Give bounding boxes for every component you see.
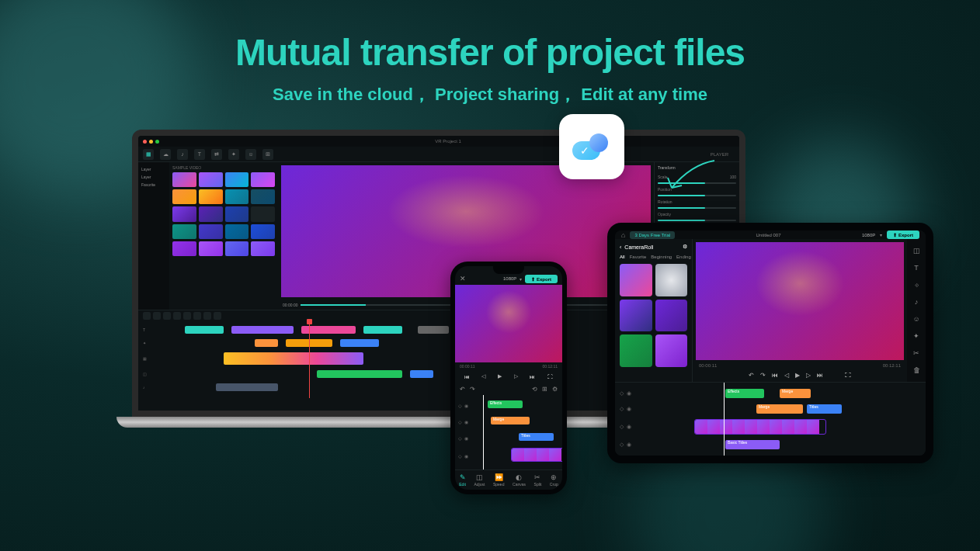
close-icon[interactable] [143, 140, 147, 144]
tab-transitions[interactable]: ⇄ [211, 149, 222, 160]
undo-icon[interactable]: ↶ [460, 386, 465, 393]
nav-edit[interactable]: ✎Edit [459, 473, 466, 487]
minimize-icon[interactable] [149, 140, 153, 144]
media-thumb[interactable] [251, 241, 275, 256]
phone-timeline[interactable]: ◇◉ Effects ◇◉ Merge ◇◉ Titles ◇◉ [455, 395, 562, 470]
tl-marker-icon[interactable] [214, 312, 221, 320]
redo-icon[interactable]: ↷ [470, 386, 475, 393]
playhead[interactable] [724, 383, 725, 456]
tab-titles[interactable]: T [194, 149, 205, 160]
clip-basic-titles[interactable]: Basic Titles [725, 440, 780, 449]
lock-icon[interactable]: ◇ [458, 435, 462, 441]
track[interactable]: ◇◉ Merge Titles [620, 403, 921, 415]
track-video[interactable]: ◇◉ [458, 447, 559, 464]
trial-badge[interactable]: 3 Days Free Trial [630, 231, 675, 239]
clip-video-main[interactable] [694, 419, 826, 435]
tl-undo-icon[interactable] [143, 312, 151, 320]
clip-title[interactable] [231, 326, 294, 334]
next-icon[interactable]: ⏭ [530, 374, 535, 379]
media-thumb[interactable] [225, 206, 249, 221]
filter-icon[interactable]: ⚙ [683, 244, 687, 250]
track[interactable]: ◇◉ Basic Titles [620, 438, 921, 451]
clip-overlay[interactable] [317, 370, 402, 378]
playhead[interactable] [309, 321, 310, 398]
fullscreen-icon[interactable]: ⛶ [845, 372, 851, 379]
side-layer[interactable]: Layer [141, 165, 166, 173]
cameraroll-header[interactable]: ‹ CameraRoll ⚙ [620, 244, 687, 250]
side-layer[interactable]: Layer [141, 173, 166, 181]
media-thumb[interactable] [655, 334, 688, 367]
media-thumb[interactable] [620, 300, 652, 332]
filter-all[interactable]: All [620, 255, 625, 259]
undo-icon[interactable]: ↶ [749, 372, 754, 379]
audio-icon[interactable]: ♪ [911, 296, 922, 307]
text-icon[interactable]: T [911, 262, 922, 273]
effects-icon[interactable]: ✦ [911, 331, 922, 341]
media-thumb[interactable] [172, 189, 196, 204]
tl-crop-icon[interactable] [193, 312, 201, 320]
lock-icon[interactable]: ◇ [620, 390, 624, 397]
media-thumb[interactable] [225, 189, 249, 204]
clip-merge[interactable]: Merge [756, 404, 803, 414]
fwd-icon[interactable]: ▷ [514, 373, 518, 379]
media-thumb[interactable] [172, 224, 196, 239]
clip-effect[interactable] [255, 339, 278, 347]
clip-merge[interactable]: Merge [491, 417, 530, 425]
track[interactable]: ◇◉ Titles [458, 431, 559, 445]
filter-begin[interactable]: Beginning [651, 255, 672, 259]
resolution-selector[interactable]: 1080P [503, 276, 516, 281]
eye-icon[interactable]: ◉ [627, 442, 631, 448]
tablet-timeline[interactable]: ◇◉ Effects Merge ◇◉ Merge Titles ◇◉ ◇◉ [615, 382, 926, 456]
slider[interactable] [658, 207, 736, 209]
media-thumb[interactable] [172, 206, 196, 221]
maximize-icon[interactable] [155, 140, 159, 144]
redo-icon[interactable]: ↷ [760, 372, 766, 379]
tab-stickers[interactable]: ☺ [245, 149, 256, 160]
scissors-icon[interactable]: ✂ [911, 348, 922, 359]
tl-speed-icon[interactable] [203, 312, 211, 320]
nav-canvas[interactable]: ◐Canvas [513, 473, 526, 487]
clip-video[interactable] [511, 448, 562, 462]
media-thumb[interactable] [620, 334, 652, 367]
media-thumb[interactable] [620, 264, 652, 296]
adjust-icon[interactable]: ⟐ [911, 279, 922, 290]
playhead[interactable] [483, 395, 484, 470]
tl-delete-icon[interactable] [183, 312, 191, 320]
media-thumb[interactable] [172, 172, 196, 187]
clip-titles[interactable]: Titles [519, 433, 554, 441]
export-button[interactable]: ⬆ Export [525, 275, 558, 283]
tab-audio[interactable]: ♪ [177, 149, 188, 160]
eye-icon[interactable]: ◉ [627, 406, 631, 412]
media-thumb[interactable] [172, 241, 196, 256]
back-icon[interactable]: ‹ [620, 244, 621, 250]
settings-icon[interactable]: ⚙ [552, 386, 558, 393]
grid-icon[interactable]: ⊞ [542, 386, 547, 393]
trash-icon[interactable]: 🗑 [911, 365, 922, 376]
tl-cut-icon[interactable] [163, 312, 171, 320]
play-icon[interactable]: ▶ [795, 372, 800, 379]
clip-effects[interactable]: Effects [725, 389, 764, 398]
slider[interactable] [658, 220, 736, 221]
eye-icon[interactable]: ◉ [464, 419, 468, 425]
more-icon[interactable]: ⟲ [532, 386, 537, 393]
media-thumb[interactable] [655, 300, 688, 332]
side-fav[interactable]: Favorite [141, 181, 166, 189]
export-button[interactable]: ⬆ Export [887, 230, 919, 239]
track[interactable]: ◇◉ Effects Merge [620, 387, 921, 400]
media-thumb[interactable] [251, 189, 275, 204]
media-thumb[interactable] [655, 264, 688, 296]
media-thumb[interactable] [199, 224, 223, 239]
nav-speed[interactable]: ⏩Speed [493, 473, 504, 487]
close-icon[interactable]: ✕ [460, 275, 466, 282]
clip-title[interactable] [363, 326, 402, 334]
clip-effects[interactable]: Effects [488, 400, 523, 408]
clip-titles[interactable]: Titles [807, 404, 842, 414]
eye-icon[interactable]: ◉ [627, 390, 631, 397]
media-thumb[interactable] [251, 206, 275, 221]
media-thumb[interactable] [251, 172, 275, 187]
clip-video[interactable] [224, 352, 363, 365]
track-video[interactable]: ◇◉ [620, 418, 921, 435]
tl-redo-icon[interactable] [153, 312, 161, 320]
lock-icon[interactable]: ◇ [620, 424, 624, 430]
fullscreen-icon[interactable]: ⛶ [547, 374, 553, 379]
